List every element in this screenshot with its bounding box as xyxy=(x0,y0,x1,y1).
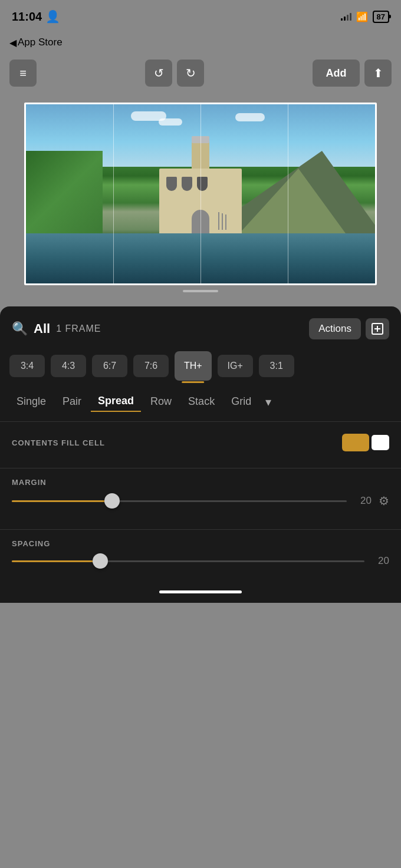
share-icon: ⬆ xyxy=(373,66,383,80)
flagpole-2 xyxy=(222,213,223,230)
menu-icon: ≡ xyxy=(19,67,27,80)
add-frame-button[interactable] xyxy=(366,318,389,339)
undo-button[interactable]: ↺ xyxy=(145,60,172,87)
tab-label: Single xyxy=(17,395,46,407)
format-3-1[interactable]: 3:1 xyxy=(259,355,294,377)
image-frame[interactable] xyxy=(24,103,377,285)
window-3 xyxy=(197,177,208,191)
spacing-label: SPACING xyxy=(12,539,389,548)
contents-fill-row: CONTENTS FILL CELL xyxy=(12,434,389,451)
tab-single[interactable]: Single xyxy=(9,392,53,411)
cloud-3 xyxy=(235,113,265,121)
tab-pair[interactable]: Pair xyxy=(55,392,88,411)
frame-count: 1 FRAME xyxy=(56,324,101,334)
format-th-plus[interactable]: TH+ xyxy=(175,351,212,381)
format-label: 3:4 xyxy=(21,361,34,371)
divider-1 xyxy=(0,421,401,422)
toolbar-center: ↺ ↻ xyxy=(145,60,204,87)
undo-icon: ↺ xyxy=(154,66,164,80)
format-label: 4:3 xyxy=(62,361,75,371)
format-6-7[interactable]: 6:7 xyxy=(92,355,127,377)
redo-button[interactable]: ↻ xyxy=(177,60,204,87)
margin-settings-icon[interactable]: ⚙ xyxy=(379,494,389,508)
format-3-4[interactable]: 3:4 xyxy=(9,355,45,377)
format-4-3[interactable]: 4:3 xyxy=(51,355,86,377)
back-button[interactable]: ◀ App Store xyxy=(9,37,63,48)
add-button[interactable]: Add xyxy=(313,60,360,87)
spacing-slider-row: 20 xyxy=(12,555,389,567)
status-time: 11:04 👤 xyxy=(12,9,60,24)
format-ig-plus[interactable]: IG+ xyxy=(218,355,253,377)
format-label: 3:1 xyxy=(270,361,283,371)
tab-more-button[interactable]: ▾ xyxy=(261,392,276,411)
nav-bar: ◀ App Store xyxy=(0,29,401,55)
tab-label: Spread xyxy=(98,395,134,407)
add-label: Add xyxy=(326,67,347,80)
canvas-area xyxy=(0,91,401,298)
divider-2 xyxy=(0,468,401,468)
grid-line-1 xyxy=(113,104,114,283)
margin-slider-track-container[interactable] xyxy=(12,495,347,507)
spacing-section: SPACING 20 xyxy=(0,539,401,586)
spacing-value: 20 xyxy=(372,555,389,567)
format-7-6[interactable]: 7:6 xyxy=(133,355,169,377)
margin-slider-thumb[interactable] xyxy=(104,493,120,509)
cloud-2 xyxy=(159,118,182,126)
all-label: All xyxy=(34,321,50,336)
margin-section: MARGIN 20 ⚙ xyxy=(0,478,401,527)
margin-slider-row: 20 ⚙ xyxy=(12,494,389,508)
spacing-slider-track-container[interactable] xyxy=(12,555,364,567)
flags-area xyxy=(218,212,226,230)
tab-label: Stack xyxy=(188,395,215,407)
actions-button[interactable]: Actions xyxy=(309,318,361,339)
add-frame-icon xyxy=(372,323,383,335)
format-scroll[interactable]: 3:4 4:3 6:7 7:6 TH+ IG+ 3:1 xyxy=(0,348,401,387)
share-button[interactable]: ⬆ xyxy=(364,60,392,87)
contents-fill-section: CONTENTS FILL CELL xyxy=(0,424,401,466)
tab-label: Row xyxy=(150,395,172,407)
flagpole-3 xyxy=(225,214,226,230)
battery-indicator: 87 xyxy=(373,11,389,23)
toggle-group xyxy=(342,434,389,451)
trees-left xyxy=(26,151,103,233)
back-label: App Store xyxy=(18,37,63,48)
image-scene xyxy=(26,104,375,283)
status-right: 📶 87 xyxy=(341,11,389,23)
status-bar: 11:04 👤 📶 87 xyxy=(0,0,401,29)
spacing-slider-fill xyxy=(12,560,100,562)
toolbar: ≡ ↺ ↻ Add ⬆ xyxy=(0,55,401,91)
back-chevron-icon: ◀ xyxy=(9,37,17,48)
toggle-white[interactable] xyxy=(372,435,389,450)
panel-header-right: Actions xyxy=(309,318,389,339)
battery-level: 87 xyxy=(377,12,385,21)
spacing-slider-track xyxy=(12,560,364,562)
grid-line-2 xyxy=(200,104,201,283)
drag-handle[interactable] xyxy=(183,290,218,292)
window-2 xyxy=(182,177,192,191)
bottom-panel: 🔍 All 1 FRAME Actions 3:4 4:3 6: xyxy=(0,306,401,603)
signal-icon xyxy=(341,12,351,21)
grid-line-3 xyxy=(288,104,288,283)
margin-value: 20 xyxy=(354,495,372,507)
tab-spread[interactable]: Spread xyxy=(91,391,141,412)
home-bar xyxy=(159,590,242,593)
window-1 xyxy=(166,177,177,191)
margin-slider-fill xyxy=(12,500,112,502)
format-label: 6:7 xyxy=(103,361,116,371)
zoom-icon: 🔍 xyxy=(12,321,28,336)
format-label: IG+ xyxy=(228,361,243,371)
toggle-on[interactable] xyxy=(342,434,369,451)
home-indicator xyxy=(0,586,401,603)
spacing-slider-thumb[interactable] xyxy=(93,553,108,569)
margin-label: MARGIN xyxy=(12,478,389,487)
panel-header-left: 🔍 All 1 FRAME xyxy=(12,321,101,336)
layout-tabs: Single Pair Spread Row Stack Grid ▾ xyxy=(0,387,401,419)
format-label: TH+ xyxy=(184,361,202,371)
tab-row[interactable]: Row xyxy=(143,392,179,411)
margin-slider-track xyxy=(12,500,347,502)
tab-grid[interactable]: Grid xyxy=(224,392,258,411)
redo-icon: ↻ xyxy=(186,66,196,80)
flagpole-1 xyxy=(218,212,219,230)
tab-stack[interactable]: Stack xyxy=(181,392,222,411)
menu-button[interactable]: ≡ xyxy=(9,60,37,87)
